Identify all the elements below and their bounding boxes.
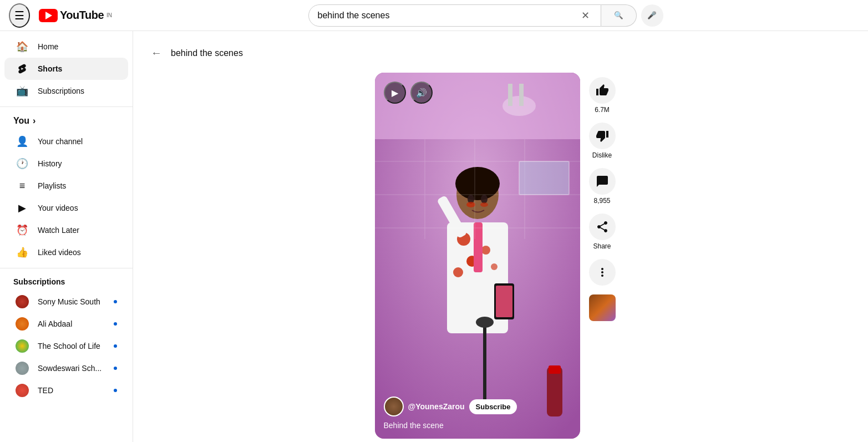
your-videos-icon: ▶ — [16, 201, 29, 215]
play-button[interactable]: ▶ — [384, 82, 406, 104]
subscriptions-icon: 📺 — [16, 84, 29, 98]
sidebar-label-your-channel: Your channel — [38, 137, 83, 146]
next-video-thumb[interactable] — [589, 294, 616, 321]
like-button[interactable] — [589, 77, 616, 104]
like-action[interactable]: 6.7M — [589, 77, 616, 114]
hamburger-button[interactable]: ☰ — [9, 3, 30, 28]
clear-search-button[interactable]: ✕ — [579, 7, 592, 24]
sidebar-label-subscriptions: Subscriptions — [38, 87, 84, 95]
comment-icon — [596, 175, 609, 188]
your-channel-icon: 👤 — [16, 135, 29, 148]
subscribe-button[interactable]: Subscribe — [469, 399, 517, 414]
sidebar-item-liked-videos[interactable]: 👍 Liked videos — [4, 241, 128, 263]
tsol-notification-dot — [114, 344, 117, 348]
comment-action[interactable]: 8,955 — [589, 168, 616, 205]
you-chevron: › — [33, 116, 35, 126]
sidebar-item-shorts[interactable]: Shorts — [4, 58, 128, 80]
mic-button[interactable]: 🎤 — [641, 4, 663, 27]
video-overlay: ▶ 🔊 @YounesZarou Subscribe — [375, 73, 580, 439]
ali-notification-dot — [114, 322, 117, 326]
back-search-row: ← behind the scenes — [146, 42, 855, 64]
logo-icon — [39, 9, 58, 22]
comment-count: 8,955 — [593, 197, 610, 205]
video-controls-top: ▶ 🔊 — [384, 82, 571, 104]
sidebar: 🏠 Home Shorts 📺 Subscriptions You › 👤 Yo… — [0, 31, 133, 442]
sony-notification-dot — [114, 300, 117, 303]
sidebar-item-ali[interactable]: Ali Abdaal — [4, 313, 128, 335]
subscriptions-section-title: Subscriptions — [0, 273, 133, 291]
main-pane: ← behind the scenes — [133, 31, 868, 442]
ted-label: TED — [38, 386, 53, 395]
dislike-button[interactable] — [589, 123, 616, 149]
comment-button[interactable] — [589, 168, 616, 195]
video-title: Behind the scene — [384, 421, 571, 430]
next-video-action[interactable] — [589, 294, 616, 321]
sony-label: Sony Music South — [38, 297, 100, 306]
you-section-title[interactable]: You › — [0, 111, 133, 130]
channel-row: @YounesZarou Subscribe — [384, 397, 571, 416]
playlists-icon: ≡ — [16, 179, 29, 192]
sidebar-item-home[interactable]: 🏠 Home — [4, 35, 128, 58]
logo-text: YouTube — [60, 9, 104, 22]
sidebar-label-home: Home — [38, 42, 58, 51]
share-action[interactable]: Share — [589, 214, 616, 250]
dislike-action[interactable]: Dislike — [589, 123, 616, 159]
like-count: 6.7M — [595, 106, 610, 114]
main-layout: 🏠 Home Shorts 📺 Subscriptions You › 👤 Yo… — [0, 31, 868, 442]
mic-icon: 🎤 — [647, 11, 657, 19]
content-area: ← behind the scenes — [133, 31, 868, 442]
sidebar-item-playlists[interactable]: ≡ Playlists — [4, 175, 128, 197]
divider-2 — [0, 268, 133, 268]
more-icon — [596, 266, 609, 279]
sidebar-label-playlists: Playlists — [38, 181, 66, 190]
sidebar-label-shorts: Shorts — [38, 64, 62, 73]
tsol-avatar — [16, 339, 29, 353]
header: ☰ YouTubeIN ✕ 🔍 🎤 — [0, 0, 868, 31]
sow-avatar — [16, 362, 29, 375]
ali-avatar — [16, 317, 29, 331]
sidebar-label-watch-later: Watch Later — [38, 226, 79, 235]
liked-videos-icon: 👍 — [16, 246, 29, 259]
history-icon: 🕐 — [16, 157, 29, 170]
dislike-label: Dislike — [592, 151, 612, 159]
sidebar-item-sony[interactable]: Sony Music South — [4, 291, 128, 313]
more-button[interactable] — [589, 259, 616, 286]
volume-button[interactable]: 🔊 — [410, 82, 433, 104]
shorts-video-player[interactable]: ▶ 🔊 @YounesZarou Subscribe — [375, 73, 580, 439]
sidebar-label-liked-videos: Liked videos — [38, 248, 81, 257]
channel-handle: @YounesZarou — [408, 402, 465, 411]
sidebar-item-sow[interactable]: Sowdeswari Sch... — [4, 357, 128, 379]
tsol-label: The School of Life — [38, 342, 100, 350]
logo-country: IN — [106, 12, 112, 18]
sidebar-item-your-channel[interactable]: 👤 Your channel — [4, 130, 128, 153]
actions-panel: 6.7M Dislike — [589, 73, 616, 321]
sidebar-item-tsol[interactable]: The School of Life — [4, 335, 128, 357]
watch-later-icon: ⏰ — [16, 223, 29, 237]
thumbs-up-icon — [596, 84, 609, 97]
sidebar-label-history: History — [38, 159, 62, 168]
share-button[interactable] — [589, 214, 616, 240]
share-label: Share — [593, 242, 611, 250]
sidebar-item-ted[interactable]: TED — [4, 379, 128, 402]
search-term-label: behind the scenes — [171, 48, 243, 58]
more-action[interactable] — [589, 259, 616, 286]
shorts-container: ▶ 🔊 @YounesZarou Subscribe — [375, 73, 616, 439]
search-button[interactable]: 🔍 — [601, 4, 637, 27]
volume-icon: 🔊 — [416, 88, 427, 98]
video-bottom: @YounesZarou Subscribe Behind the scene — [384, 397, 571, 430]
sow-notification-dot — [114, 367, 117, 370]
youtube-logo[interactable]: YouTubeIN — [39, 9, 112, 22]
search-icon: 🔍 — [614, 11, 623, 19]
you-label: You — [13, 116, 29, 126]
play-icon: ▶ — [392, 88, 398, 98]
thumbs-down-icon — [596, 129, 609, 143]
search-input[interactable] — [318, 11, 579, 21]
shorts-viewer: ▶ 🔊 @YounesZarou Subscribe — [146, 73, 855, 442]
ted-avatar — [16, 384, 29, 397]
back-button[interactable]: ← — [146, 42, 166, 64]
sidebar-item-history[interactable]: 🕐 History — [4, 153, 128, 175]
sidebar-item-subscriptions[interactable]: 📺 Subscriptions — [4, 80, 128, 102]
sidebar-item-watch-later[interactable]: ⏰ Watch Later — [4, 219, 128, 241]
channel-avatar — [384, 397, 404, 416]
sidebar-item-your-videos[interactable]: ▶ Your videos — [4, 197, 128, 219]
